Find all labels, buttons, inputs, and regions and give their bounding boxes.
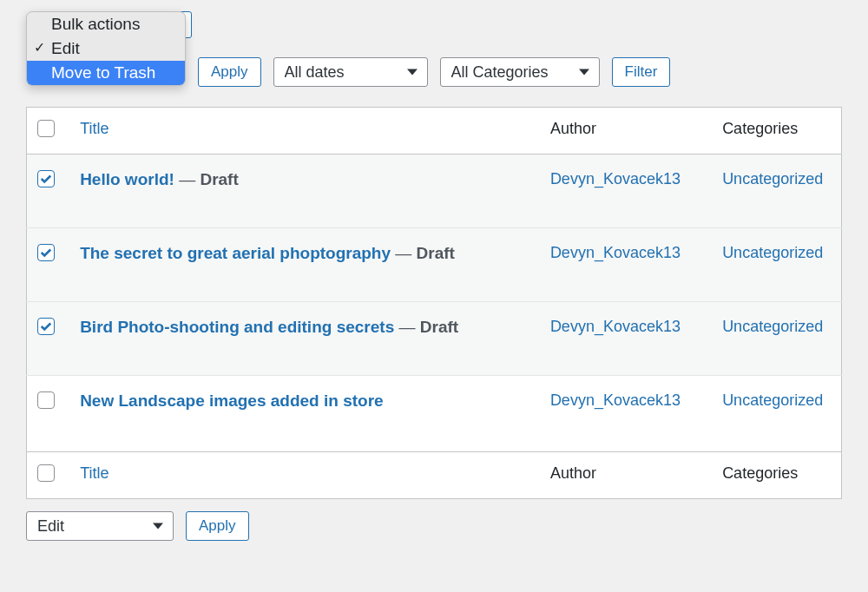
table-row: The secret to great aerial phoptography …	[27, 228, 842, 302]
status-separator: —	[391, 244, 417, 262]
posts-table: Title Author Categories Hello world! — D…	[26, 107, 842, 499]
table-row: New Landscape images added in storeDevyn…	[27, 376, 842, 452]
column-categories-header: Categories	[712, 108, 841, 155]
table-header-row: Title Author Categories	[27, 108, 842, 155]
table-row: Hello world! — DraftDevyn_Kovacek13Uncat…	[27, 155, 842, 228]
bulk-option-edit[interactable]: Edit	[27, 36, 185, 61]
post-category-link[interactable]: Uncategorized	[722, 170, 823, 187]
select-all-checkbox-bottom[interactable]	[37, 464, 55, 482]
row-checkbox[interactable]	[37, 391, 55, 409]
post-status: Draft	[417, 244, 455, 262]
post-author-link[interactable]: Devyn_Kovacek13	[550, 244, 681, 261]
post-title-link[interactable]: The secret to great aerial phoptography	[80, 244, 391, 262]
post-category-link[interactable]: Uncategorized	[722, 318, 823, 335]
post-category-link[interactable]: Uncategorized	[722, 244, 823, 261]
column-categories-footer: Categories	[712, 452, 841, 499]
top-toolbar: Bulk actions Edit Move to Trash Apply Al…	[26, 55, 842, 89]
dates-filter-select[interactable]: All dates	[273, 57, 428, 87]
post-title-link[interactable]: Hello world!	[80, 170, 174, 188]
bulk-actions-select-bottom[interactable]: Edit	[26, 511, 174, 541]
post-author-link[interactable]: Devyn_Kovacek13	[550, 318, 681, 335]
bottom-toolbar: Edit Apply	[26, 511, 842, 541]
table-footer-row: Title Author Categories	[27, 452, 842, 499]
post-author-link[interactable]: Devyn_Kovacek13	[550, 391, 681, 409]
apply-button-top[interactable]: Apply	[198, 57, 261, 87]
post-title-link[interactable]: Bird Photo-shooting and editing secrets	[80, 318, 394, 336]
post-category-link[interactable]: Uncategorized	[722, 391, 823, 409]
post-author-link[interactable]: Devyn_Kovacek13	[550, 170, 681, 187]
row-checkbox[interactable]	[37, 244, 55, 261]
bulk-option-bulk-actions[interactable]: Bulk actions	[27, 12, 185, 36]
apply-button-bottom[interactable]: Apply	[186, 511, 249, 541]
column-title-footer[interactable]: Title	[80, 464, 108, 482]
filter-button[interactable]: Filter	[612, 57, 671, 87]
bulk-option-move-to-trash[interactable]: Move to Trash	[27, 61, 185, 85]
row-checkbox[interactable]	[37, 318, 55, 335]
column-author-header: Author	[540, 108, 712, 155]
table-row: Bird Photo-shooting and editing secrets …	[27, 302, 842, 376]
select-all-checkbox-top[interactable]	[37, 120, 55, 137]
column-author-footer: Author	[540, 452, 712, 499]
status-separator: —	[394, 318, 420, 336]
column-title-header[interactable]: Title	[80, 120, 108, 137]
row-checkbox[interactable]	[37, 170, 55, 187]
status-separator: —	[174, 170, 201, 188]
bulk-actions-dropdown-open[interactable]: Bulk actions Edit Move to Trash	[26, 11, 186, 86]
categories-filter-select[interactable]: All Categories	[440, 57, 600, 87]
post-status: Draft	[420, 318, 458, 336]
post-status: Draft	[200, 170, 238, 188]
post-title-link[interactable]: New Landscape images added in store	[80, 391, 384, 410]
